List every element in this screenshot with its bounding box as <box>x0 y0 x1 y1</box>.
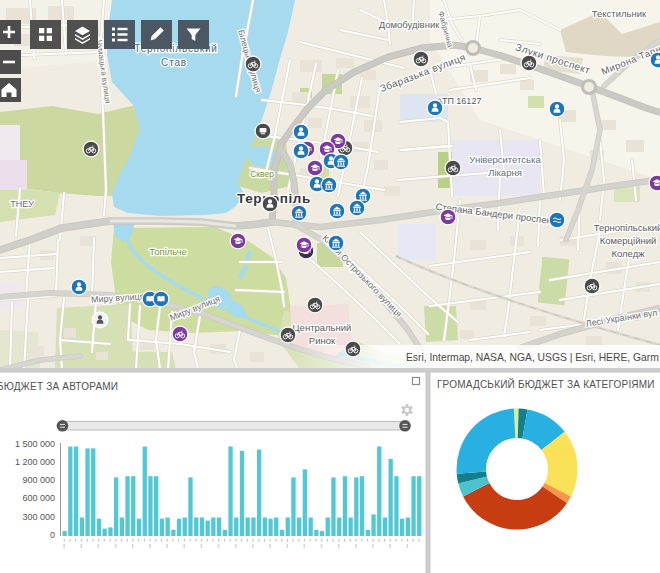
svg-text:Топільче: Топільче <box>149 246 187 257</box>
svg-text:300 000: 300 000 <box>22 512 55 522</box>
svg-text:Коледж: Коледж <box>611 248 645 259</box>
svg-text:Центральний: Центральний <box>293 322 352 333</box>
svg-text:Університетська: Університетська <box>469 154 541 165</box>
svg-text:Тернопільський: Тернопільський <box>594 222 660 233</box>
svg-text:Лікарня: Лікарня <box>488 167 522 178</box>
svg-text:Сквер: Сквер <box>250 169 274 179</box>
svg-text:Комерційний: Комерційний <box>600 235 657 246</box>
svg-text:БЮДЖЕТ ЗА АВТОРАМИ: БЮДЖЕТ ЗА АВТОРАМИ <box>0 381 118 392</box>
svg-text:Текстильник: Текстильник <box>592 8 647 19</box>
svg-text:Ринок: Ринок <box>309 335 336 346</box>
svg-text:600 000: 600 000 <box>22 493 55 503</box>
svg-text:Esri, Intermap, NASA, NGA, USG: Esri, Intermap, NASA, NGA, USGS | Esri, … <box>406 352 659 363</box>
svg-text:АТП 16127: АТП 16127 <box>437 96 482 106</box>
svg-text:1 500 000: 1 500 000 <box>15 439 55 449</box>
svg-text:Став: Став <box>161 57 187 68</box>
svg-text:ГРОМАДСЬКИЙ БЮДЖЕТ ЗА КАТЕГОРІ: ГРОМАДСЬКИЙ БЮДЖЕТ ЗА КАТЕГОРІЯМИ <box>437 378 655 390</box>
svg-text:0: 0 <box>50 530 55 540</box>
svg-text:ТНЕУ: ТНЕУ <box>10 199 34 209</box>
svg-text:900 000: 900 000 <box>22 475 55 485</box>
svg-text:1 200 000: 1 200 000 <box>15 457 55 467</box>
svg-text:Домобудівник: Домобудівник <box>379 19 441 30</box>
